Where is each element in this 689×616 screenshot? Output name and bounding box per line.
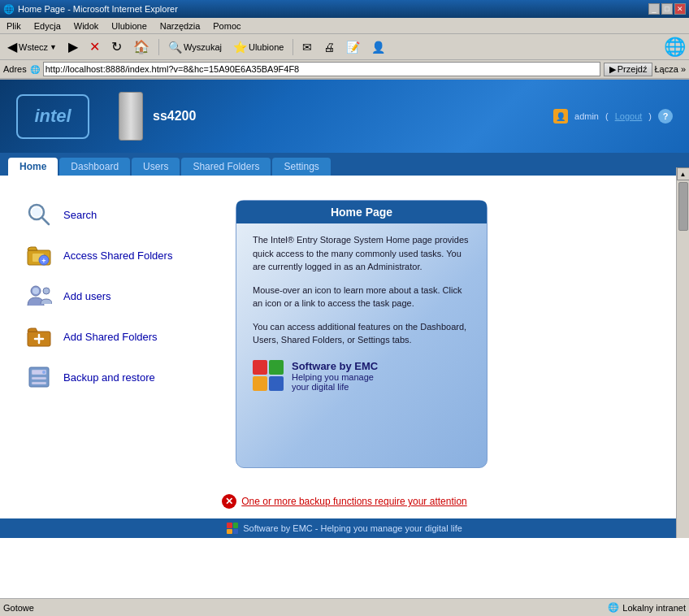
username: admin xyxy=(574,111,599,121)
statusbar-right-text: Lokalny intranet xyxy=(622,603,686,613)
menu-tools[interactable]: Narzędzia xyxy=(157,20,204,33)
maximize-button[interactable]: □ xyxy=(661,3,673,15)
separator-1 xyxy=(158,39,159,55)
shortcut-search[interactable]: Search xyxy=(24,200,203,229)
menu-edit[interactable]: Edycja xyxy=(31,20,64,33)
search-label[interactable]: Search xyxy=(63,209,97,221)
app-header: intel ss4200 👤 admin ( Logout ) ? xyxy=(0,80,689,153)
shortcut-add-shared-folders[interactable]: Add Shared Folders xyxy=(24,322,203,351)
info-box-para-1: The Intel® Entry Storage System Home pag… xyxy=(253,233,470,274)
menu-view[interactable]: Widok xyxy=(71,20,102,33)
user-icon: 👤 xyxy=(553,109,568,124)
refresh-button[interactable]: ↻ xyxy=(107,37,126,58)
mail-icon: ✉ xyxy=(302,41,312,54)
menu-help[interactable]: Pomoc xyxy=(210,20,244,33)
favorites-button[interactable]: ⭐ Ulubione xyxy=(229,37,288,58)
device-name: ss4200 xyxy=(153,109,196,124)
footer-sq-orange xyxy=(227,529,232,535)
emc-logo: Software by EMC Helping you manage your … xyxy=(253,360,470,392)
window-titlebar: 🌐 Home Page - Microsoft Internet Explore… xyxy=(0,0,689,18)
search-toolbar-icon: 🔍 xyxy=(168,41,182,54)
scroll-up-arrow[interactable]: ▲ xyxy=(677,167,690,180)
warning-link[interactable]: One or more backup functions require you… xyxy=(241,496,467,507)
links-button[interactable]: Łącza » xyxy=(654,64,686,74)
forward-button[interactable]: ▶ xyxy=(64,37,82,58)
emc-text: Software by EMC Helping you manage your … xyxy=(292,360,378,392)
address-input[interactable] xyxy=(43,62,600,76)
edit-button[interactable]: 📝 xyxy=(342,37,364,58)
contacts-icon: 👤 xyxy=(371,41,385,54)
minimize-button[interactable]: _ xyxy=(648,3,660,15)
menu-favorites[interactable]: Ulubione xyxy=(108,20,150,33)
contacts-button[interactable]: 👤 xyxy=(367,37,389,58)
tab-users[interactable]: Users xyxy=(132,158,180,176)
print-button[interactable]: 🖨 xyxy=(319,37,339,58)
statusbar-right: 🌐 Lokalny intranet xyxy=(608,602,686,613)
backup-restore-icon xyxy=(24,362,54,392)
browser-icon: 🌐 xyxy=(3,4,15,15)
svg-rect-15 xyxy=(32,377,46,380)
home-button[interactable]: 🏠 xyxy=(129,37,154,58)
svg-point-17 xyxy=(42,371,46,374)
tab-dashboard[interactable]: Dashboard xyxy=(59,158,130,176)
footer-sq-green xyxy=(233,523,239,528)
search-toolbar-label: Wyszukaj xyxy=(184,42,222,52)
add-shared-folders-label[interactable]: Add Shared Folders xyxy=(63,331,158,343)
shortcuts-panel: Search + Access Shared Folders xyxy=(24,192,203,468)
access-shared-folders-label[interactable]: Access Shared Folders xyxy=(63,249,172,262)
emc-brand-line2: Helping you manage xyxy=(292,372,374,382)
help-button[interactable]: ? xyxy=(658,109,673,124)
vertical-scrollbar[interactable]: ▲ ▼ xyxy=(676,167,689,538)
back-label: Wstecz xyxy=(19,42,48,52)
favorites-label: Ulubione xyxy=(249,42,284,52)
emc-brand-line1: Software by EMC xyxy=(292,360,378,372)
svg-text:+: + xyxy=(41,257,46,265)
print-icon: 🖨 xyxy=(323,41,335,54)
emc-squares-grid xyxy=(253,360,284,391)
stop-button[interactable]: ✕ xyxy=(85,37,104,58)
window-title: Home Page - Microsoft Internet Explorer xyxy=(18,4,178,14)
close-button[interactable]: ✕ xyxy=(674,3,686,15)
tab-shared-folders[interactable]: Shared Folders xyxy=(181,158,271,176)
favorites-icon: ⭐ xyxy=(233,41,247,54)
separator-2 xyxy=(292,39,293,55)
statusbar-left: Gotowe xyxy=(3,603,34,613)
backup-restore-label[interactable]: Backup and restore xyxy=(63,371,155,384)
forward-icon: ▶ xyxy=(68,39,78,54)
ie-logo: 🌐 xyxy=(664,37,686,58)
info-box: Home Page The Intel® Entry Storage Syste… xyxy=(236,200,488,468)
toolbar: ◀ Wstecz ▼ ▶ ✕ ↻ 🏠 🔍 Wyszukaj ⭐ Ulubione… xyxy=(0,34,689,60)
scroll-thumb[interactable] xyxy=(678,182,688,231)
svg-point-2 xyxy=(32,207,41,217)
search-toolbar-button[interactable]: 🔍 Wyszukaj xyxy=(164,37,226,58)
footer-text: Software by EMC - Helping you manage you… xyxy=(243,523,462,533)
mail-button[interactable]: ✉ xyxy=(298,37,316,58)
go-button[interactable]: ▶ Przejdź xyxy=(604,63,653,76)
address-dropdown-icon: 🌐 xyxy=(30,65,40,74)
main-content: Search + Access Shared Folders xyxy=(0,176,689,484)
shortcut-add-users[interactable]: Add users xyxy=(24,281,203,310)
back-button[interactable]: ◀ Wstecz ▼ xyxy=(3,37,61,58)
add-users-label[interactable]: Add users xyxy=(63,290,111,302)
header-user-area: 👤 admin ( Logout ) ? xyxy=(553,109,673,124)
warning-icon: ✕ xyxy=(222,494,236,509)
app-footer: Software by EMC - Helping you manage you… xyxy=(0,518,689,538)
addressbar: Adres 🌐 ▶ Przejdź Łącza » xyxy=(0,60,689,80)
nav-tabs: Home Dashboard Users Shared Folders Sett… xyxy=(0,153,689,176)
shortcut-access-shared-folders[interactable]: + Access Shared Folders xyxy=(24,241,203,270)
logout-link[interactable]: Logout xyxy=(615,111,643,121)
shortcut-backup-restore[interactable]: Backup and restore xyxy=(24,362,203,392)
device-info: ss4200 xyxy=(119,92,196,141)
info-box-para-2: Mouse-over an icon to learn more about a… xyxy=(253,284,470,310)
menu-file[interactable]: Plik xyxy=(3,20,24,33)
tab-home[interactable]: Home xyxy=(8,158,58,176)
back-dropdown-icon[interactable]: ▼ xyxy=(50,43,57,51)
emc-sq-blue xyxy=(269,376,284,391)
search-icon xyxy=(24,200,54,229)
info-box-para-3: You can access additional features on th… xyxy=(253,320,470,347)
address-label: Adres xyxy=(3,64,27,74)
intel-logo: intel xyxy=(16,94,89,139)
tab-settings[interactable]: Settings xyxy=(272,158,330,176)
edit-icon: 📝 xyxy=(346,41,360,54)
refresh-icon: ↻ xyxy=(111,39,122,54)
